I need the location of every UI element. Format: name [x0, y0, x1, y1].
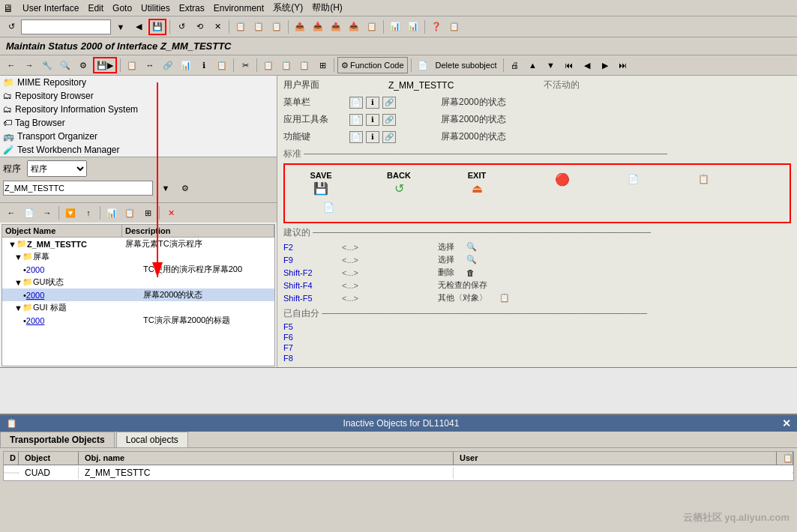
dialog-data-row[interactable]: CUAD Z_MM_TESTTC	[4, 465, 793, 480]
tree-row[interactable]: • 2000 TC演示屏幕2000的标题	[2, 314, 274, 327]
tree-fwd-btn[interactable]: 📄	[21, 205, 37, 221]
paste-btn[interactable]: 📋	[278, 57, 295, 73]
btn13[interactable]: 📋	[364, 19, 380, 35]
tree-obj-btn[interactable]: 📊	[103, 205, 120, 221]
tree-filter-btn[interactable]: 🔽	[62, 205, 79, 221]
tree-row[interactable]: ▼ 📁 GUI 标题	[2, 301, 274, 314]
nav-repository-info[interactable]: 🗂 Repository Information System	[0, 103, 277, 116]
program-input[interactable]	[3, 181, 153, 196]
toolbar-icon2[interactable]: ℹ	[366, 114, 379, 126]
dialog-close-btn[interactable]: ✕	[782, 417, 791, 429]
btn3[interactable]: ↺	[173, 19, 190, 35]
prev-btn[interactable]: ◀	[579, 57, 595, 73]
cut-btn[interactable]: ✂	[237, 57, 253, 73]
funckey-icon2[interactable]: ℹ	[366, 131, 379, 143]
save-btn2[interactable]: 💾▶	[93, 57, 117, 73]
move-btn[interactable]: 📋	[296, 57, 313, 73]
toolbar-icon3[interactable]: 🔗	[382, 114, 396, 126]
prog-search-btn[interactable]: ▼	[157, 180, 174, 196]
btn10[interactable]: 📥	[310, 19, 326, 35]
menu-icon2[interactable]: ℹ	[366, 97, 379, 109]
delete-subobject-btn[interactable]: Delete subobject	[433, 57, 500, 73]
free-key-f7[interactable]: F7	[283, 342, 791, 353]
tab-local[interactable]: Local objects	[116, 432, 188, 447]
next-btn[interactable]: ▶	[597, 57, 613, 73]
first-btn[interactable]: ⏮	[561, 57, 577, 73]
btn11[interactable]: 📤	[328, 19, 344, 35]
doc1-icon[interactable]: 📄	[625, 171, 641, 187]
back-nav-btn[interactable]: ◀	[130, 19, 147, 35]
tool-btn1[interactable]: 🔧	[39, 57, 55, 73]
print-btn[interactable]: 🖨	[507, 57, 523, 73]
btn16[interactable]: ❓	[428, 19, 445, 35]
sugg-row-f9[interactable]: F9 <...> 选择 🔍	[283, 253, 791, 266]
tree-del-btn[interactable]: ✕	[163, 205, 179, 221]
nav-repository-browser[interactable]: 🗂 Repository Browser	[0, 89, 277, 103]
free-key-f6[interactable]: F6	[283, 332, 791, 342]
sugg-row-shiftf4[interactable]: Shift-F4 <...> 无检查的保存	[283, 279, 791, 291]
copy-btn[interactable]: 📋	[260, 57, 277, 73]
tree-row[interactable]: • 2000 屏幕2000的状态	[2, 288, 274, 301]
menu-extras[interactable]: Extras	[179, 3, 205, 13]
sugg-row-shiftf5[interactable]: Shift-F5 <...> 其他〈对象〉 📋	[283, 291, 791, 304]
down-btn[interactable]: ▼	[543, 57, 559, 73]
up-btn[interactable]: ▲	[525, 57, 541, 73]
menu-help[interactable]: 帮助(H)	[312, 1, 343, 14]
tree-expand-btn[interactable]: ↑	[80, 205, 97, 221]
tree-row[interactable]: ▼ 📁 Z_MM_TESTTC 屏幕元素TC演示程序	[2, 238, 274, 250]
save-main-btn[interactable]: 💾	[148, 19, 166, 35]
tool-btn9[interactable]: 📋	[214, 57, 230, 73]
doc3-icon[interactable]: 📄	[320, 199, 337, 216]
function-code-btn[interactable]: ⚙ Function Code	[337, 57, 408, 73]
menu-utilities[interactable]: Utilities	[141, 3, 170, 13]
doc-btn[interactable]: 📄	[415, 57, 431, 73]
btn14[interactable]: 📊	[387, 19, 403, 35]
tool-btn5[interactable]: ↔	[142, 57, 158, 73]
exit-icon[interactable]: ⏏	[469, 180, 485, 196]
nav-fwd-btn[interactable]: →	[21, 57, 37, 73]
tree-info-btn[interactable]: 📋	[121, 205, 138, 221]
btn9[interactable]: 📤	[292, 19, 308, 35]
tab-transportable[interactable]: Transportable Objects	[0, 432, 115, 447]
menu-environment[interactable]: Environment	[214, 3, 264, 13]
nav-transport[interactable]: 🚌 Transport Organizer	[0, 130, 277, 143]
more-btn[interactable]: ⊞	[314, 57, 331, 73]
menu-icon3[interactable]: 🔗	[382, 97, 396, 109]
x-icon[interactable]: 🔴	[554, 171, 571, 187]
tree-more-btn[interactable]: ⊞	[139, 205, 156, 221]
btn7[interactable]: 📋	[250, 19, 267, 35]
tree-back-btn[interactable]: ←	[3, 205, 19, 221]
program-dropdown[interactable]: 程序	[27, 160, 87, 177]
nav-test-workbench[interactable]: 🧪 Test Workbench Manager	[0, 143, 277, 157]
menu-goto[interactable]: Goto	[112, 3, 132, 13]
tool-btn8[interactable]: ℹ	[196, 57, 212, 73]
free-key-f5[interactable]: F5	[283, 321, 791, 332]
menu-icon1[interactable]: 📄	[349, 97, 363, 109]
btn4[interactable]: ⟲	[191, 19, 208, 35]
refresh-btn[interactable]: ↺	[3, 19, 19, 35]
save-icon[interactable]: 💾	[313, 180, 329, 196]
tool-btn6[interactable]: 🔗	[160, 57, 176, 73]
sugg-row-f2[interactable]: F2 <...> 选择 🔍	[283, 241, 791, 253]
nav-mime-repository[interactable]: 📁 MIME Repository	[0, 76, 277, 89]
menu-system[interactable]: 系统(Y)	[273, 1, 303, 14]
tree-row[interactable]: • 2000 TC使用的演示程序屏幕200	[2, 263, 274, 276]
free-key-f8[interactable]: F8	[283, 353, 791, 363]
tool-btn2[interactable]: 🔍	[57, 57, 73, 73]
tool-btn7[interactable]: 📊	[178, 57, 194, 73]
tree-row[interactable]: ▼ 📁 屏幕	[2, 250, 274, 263]
back-icon[interactable]: ↺	[391, 180, 407, 196]
doc2-icon[interactable]: 📋	[695, 171, 712, 187]
tool-btn3[interactable]: ⚙	[75, 57, 91, 73]
funckey-icon3[interactable]: 🔗	[382, 131, 396, 143]
nav-back-btn[interactable]: ←	[3, 57, 19, 73]
nav-tag-browser[interactable]: 🏷 Tag Browser	[0, 116, 277, 130]
btn12[interactable]: 📥	[346, 19, 362, 35]
btn6[interactable]: 📋	[232, 19, 249, 35]
btn5[interactable]: ✕	[209, 19, 226, 35]
command-input[interactable]	[21, 19, 111, 34]
menu-edit[interactable]: Edit	[88, 3, 103, 13]
funckey-icon1[interactable]: 📄	[349, 131, 363, 143]
menu-user-interface[interactable]: User Interface	[22, 3, 79, 13]
btn15[interactable]: 📊	[405, 19, 421, 35]
